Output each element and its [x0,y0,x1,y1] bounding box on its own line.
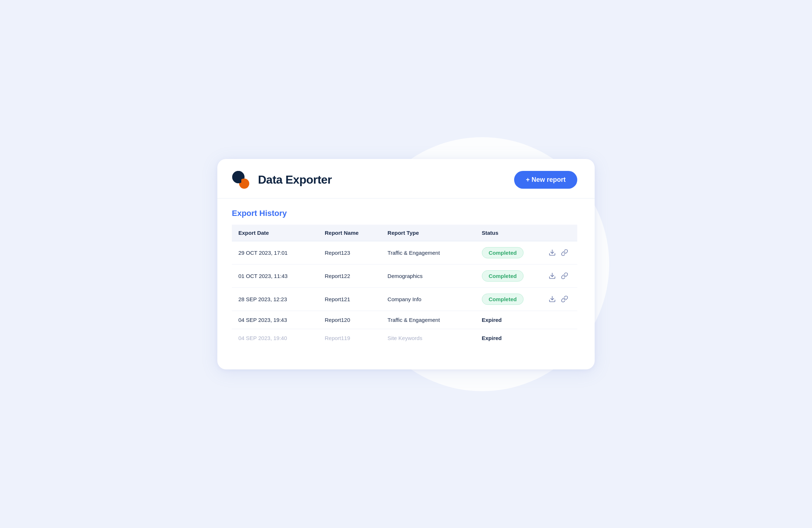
cell-status: Completed [475,264,542,287]
cell-status: Completed [475,241,542,264]
status-badge: Completed [482,270,524,282]
cell-name: Report120 [318,311,381,329]
cell-actions [542,287,577,311]
status-expired: Expired [482,335,502,341]
col-header-type: Report Type [381,225,475,241]
cell-status: Expired [475,329,542,347]
link-icon[interactable] [561,249,568,256]
cell-date: 29 OCT 2023, 17:01 [232,241,318,264]
status-expired: Expired [482,317,502,323]
page-background: Data Exporter + New report Export Histor… [203,132,609,396]
download-icon[interactable] [549,249,556,256]
cell-type: Demographics [381,264,475,287]
app-logo [232,171,251,189]
cell-date: 04 SEP 2023, 19:43 [232,311,318,329]
cell-name: Report122 [318,264,381,287]
cell-date: 01 OCT 2023, 11:43 [232,264,318,287]
header-left: Data Exporter [232,171,332,189]
table-section: Export History Export Date Report Name R… [217,198,595,357]
status-badge: Completed [482,294,524,305]
cell-type: Company Info [381,287,475,311]
cell-actions [542,264,577,287]
table-row: 28 SEP 2023, 12:23Report121Company InfoC… [232,287,577,311]
link-icon[interactable] [561,295,568,303]
cell-name: Report119 [318,329,381,347]
col-header-date: Export Date [232,225,318,241]
table-row: 04 SEP 2023, 19:40Report119Site Keywords… [232,329,577,347]
card-header: Data Exporter + New report [217,159,595,198]
link-icon[interactable] [561,272,568,279]
download-icon[interactable] [549,295,556,303]
table-header-row: Export Date Report Name Report Type Stat… [232,225,577,241]
cell-type: Traffic & Engagement [381,311,475,329]
download-icon[interactable] [549,272,556,279]
cell-type: Traffic & Engagement [381,241,475,264]
table-row: 04 SEP 2023, 19:43Report120Traffic & Eng… [232,311,577,329]
action-icons [549,295,571,303]
cell-name: Report121 [318,287,381,311]
export-history-title: Export History [232,209,577,218]
action-icons [549,249,571,256]
cell-actions [542,329,577,347]
cell-name: Report123 [318,241,381,264]
logo-svg [232,171,251,189]
new-report-button[interactable]: + New report [514,171,577,189]
main-card: Data Exporter + New report Export Histor… [217,159,595,369]
cell-status: Expired [475,311,542,329]
export-table: Export Date Report Name Report Type Stat… [232,225,577,347]
table-row: 29 OCT 2023, 17:01Report123Traffic & Eng… [232,241,577,264]
cell-date: 04 SEP 2023, 19:40 [232,329,318,347]
app-title: Data Exporter [258,173,332,187]
col-header-status: Status [475,225,542,241]
cell-date: 28 SEP 2023, 12:23 [232,287,318,311]
col-header-name: Report Name [318,225,381,241]
action-icons [549,272,571,279]
col-header-actions [542,225,577,241]
cell-actions [542,311,577,329]
status-badge: Completed [482,247,524,258]
table-row: 01 OCT 2023, 11:43Report122DemographicsC… [232,264,577,287]
cell-actions [542,241,577,264]
cell-type: Site Keywords [381,329,475,347]
cell-status: Completed [475,287,542,311]
